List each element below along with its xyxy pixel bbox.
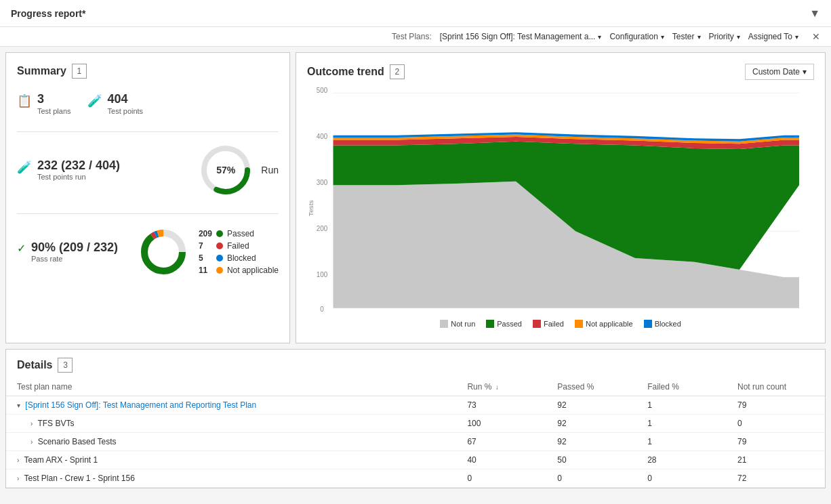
app-header: Progress report* ▼ (0, 0, 831, 27)
assigned-to-filter[interactable]: Assigned To ▾ (748, 32, 798, 41)
svg-text:0: 0 (320, 306, 324, 313)
outcome-title: Outcome trend (307, 66, 384, 78)
failed-label: Failed (227, 241, 249, 251)
svg-text:100: 100 (317, 271, 328, 278)
row-name-bvts: › TFS BVTs (6, 415, 456, 433)
collapse-icon[interactable]: ▾ (17, 402, 20, 409)
test-plans-stat: 📋 3 Test plans (17, 92, 71, 115)
details-table-body: ▾ [Sprint 156 Sign Off]: Test Management… (6, 396, 825, 488)
pass-rate-stat: ✓ 90% (209 / 232) Pass rate (17, 240, 123, 264)
test-points-label-stat: Test points (108, 107, 144, 115)
not-applicable-count: 11 (199, 266, 212, 275)
outcome-chart-area: 500 400 300 200 100 0 Tests (307, 85, 814, 316)
pass-row: ✓ 90% (209 / 232) Pass rate (17, 225, 279, 279)
row-name-scenario: › Scenario Based Tests (6, 433, 456, 451)
page-title: Progress report* (11, 8, 85, 19)
expand-icon-arx[interactable]: › (17, 457, 19, 464)
test-plans-filter[interactable]: [Sprint 156 Sign Off]: Test Management a… (440, 32, 602, 41)
passed-label: Passed (227, 229, 254, 238)
test-points-icon: 🧪 (87, 93, 102, 108)
col-header-run: Run % ↓ (456, 378, 546, 396)
table-row: ▾ [Sprint 156 Sign Off]: Test Management… (6, 396, 825, 415)
blocked-label: Blocked (227, 253, 256, 263)
run-sort-icon[interactable]: ↓ (495, 383, 499, 391)
test-plans-count: 3 (37, 92, 71, 107)
pass-legend: 209 Passed 7 Failed 5 Blocked (199, 229, 279, 275)
details-table: Test plan name Run % ↓ Passed % Failed %… (6, 378, 825, 488)
row-passed-crew1: 0 (546, 469, 636, 488)
summary-panel: Summary 1 📋 3 Test plans 🧪 404 Test poin (5, 52, 290, 343)
custom-date-label: Custom Date (752, 67, 800, 77)
svg-text:2019-08-06: 2019-08-06 (676, 314, 705, 316)
table-header-row: Test plan name Run % ↓ Passed % Failed %… (6, 378, 825, 396)
svg-text:2019-07-31: 2019-07-31 (319, 314, 347, 316)
row-name-parent: ▾ [Sprint 156 Sign Off]: Test Management… (6, 396, 456, 415)
legend-failed: 7 Failed (199, 241, 279, 251)
blocked-dot (216, 255, 223, 261)
priority-label: Priority (709, 32, 734, 41)
svg-text:2019-08-07: 2019-08-07 (721, 314, 750, 316)
row-passed-arx: 50 (546, 451, 636, 469)
top-row: Summary 1 📋 3 Test plans 🧪 404 Test poin (5, 52, 826, 343)
row-failed-crew1: 0 (636, 469, 727, 488)
test-points-run-count: 232 (232 / 404) (37, 159, 120, 173)
tester-filter[interactable]: Tester ▾ (672, 32, 701, 41)
expand-icon-scenario[interactable]: › (31, 438, 33, 446)
run-circle-chart: 57% (199, 143, 253, 197)
row-notrun-scenario: 79 (727, 433, 825, 451)
assigned-to-label: Assigned To (748, 32, 792, 41)
svg-text:2019-08-04: 2019-08-04 (557, 314, 586, 316)
table-row: › Test Plan - Crew 1 - Sprint 156 0 0 0 … (6, 469, 825, 488)
pass-donut-container: 209 Passed 7 Failed 5 Blocked (136, 225, 279, 279)
summary-header: Summary 1 (17, 64, 279, 79)
svg-text:2019-08-02: 2019-08-02 (438, 314, 466, 316)
filter-close-button[interactable]: ✕ (812, 31, 820, 42)
svg-text:500: 500 (317, 87, 328, 94)
legend-not-applicable-trend: Not applicable (575, 320, 633, 328)
outcome-number: 2 (390, 64, 405, 79)
pass-rate-label: Pass rate (31, 255, 118, 263)
svg-text:2019-08-01: 2019-08-01 (378, 314, 407, 316)
test-plans-value: [Sprint 156 Sign Off]: Test Management a… (440, 32, 596, 41)
svg-text:2019-08-03: 2019-08-03 (498, 314, 526, 316)
details-number: 3 (58, 358, 73, 373)
row-passed-scenario: 92 (546, 433, 636, 451)
summary-row-1: 📋 3 Test plans 🧪 404 Test points (17, 92, 279, 115)
test-points-count: 404 (108, 92, 144, 107)
not-applicable-label: Not applicable (227, 266, 279, 275)
svg-text:300: 300 (317, 179, 328, 186)
row-name-crew1: › Test Plan - Crew 1 - Sprint 156 (6, 469, 456, 488)
row-notrun-bvts: 0 (727, 415, 825, 433)
expand-icon-crew1[interactable]: › (17, 475, 19, 482)
run-text-label: Run (261, 165, 279, 175)
custom-date-chevron: ▾ (803, 67, 807, 77)
table-row: › Team ARX - Sprint 1 40 50 28 21 (6, 451, 825, 469)
chart-legend: Not run Passed Failed Not applicable Blo… (307, 320, 814, 328)
row-notrun-crew1: 72 (727, 469, 825, 488)
summary-number: 1 (72, 64, 87, 79)
row-failed-arx: 28 (636, 451, 727, 469)
row-run-scenario: 67 (456, 433, 546, 451)
test-plans-icon: 📋 (17, 93, 32, 108)
table-row: › Scenario Based Tests 67 92 1 79 (6, 433, 825, 451)
custom-date-button[interactable]: Custom Date ▾ (745, 64, 814, 80)
table-row: › TFS BVTs 100 92 1 0 (6, 415, 825, 433)
assigned-to-chevron: ▾ (795, 33, 798, 41)
expand-icon-bvts[interactable]: › (31, 420, 33, 427)
row-run-bvts: 100 (456, 415, 546, 433)
details-title: Details (17, 359, 52, 371)
pass-donut-chart (136, 225, 190, 279)
run-percent-label: 57% (216, 165, 235, 175)
legend-passed-trend: Passed (486, 320, 522, 328)
priority-filter[interactable]: Priority ▾ (709, 32, 740, 41)
not-run-swatch (440, 320, 448, 328)
pass-rate-value: 90% (209 / 232) (31, 240, 118, 255)
row-run-arx: 40 (456, 451, 546, 469)
blocked-swatch (644, 320, 652, 328)
configuration-filter[interactable]: Configuration ▾ (609, 32, 664, 41)
row-failed-bvts: 1 (636, 415, 727, 433)
global-filter-icon[interactable]: ▼ (809, 7, 820, 20)
test-points-run-icon: 🧪 (17, 160, 32, 175)
row-passed-bvts: 92 (546, 415, 636, 433)
svg-text:Tests: Tests (307, 200, 315, 216)
